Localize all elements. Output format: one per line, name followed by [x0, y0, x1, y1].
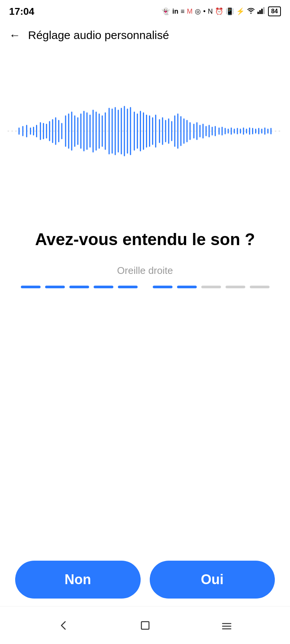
notifications-icon: ≡ — [180, 8, 185, 16]
answer-buttons: Non Oui — [0, 561, 290, 599]
audio-waveform — [8, 105, 282, 158]
question-text: Avez-vous entendu le son ? — [35, 230, 255, 250]
svg-rect-1 — [259, 10, 261, 14]
bottom-nav — [0, 606, 290, 644]
status-bar: 17:04 👻 in ≡ M ◎ • N ⏰ 📳 ⚡ — [0, 0, 290, 23]
svg-rect-3 — [263, 7, 265, 14]
signal-icon — [257, 7, 266, 16]
ear-label: Oreille droite — [117, 265, 173, 277]
back-nav-icon — [57, 619, 71, 632]
status-time: 17:04 — [9, 6, 34, 17]
progress-dash-3 — [69, 286, 89, 288]
battery-icon: 84 — [268, 6, 281, 16]
progress-dash-9 — [226, 286, 245, 288]
page-title: Réglage audio personnalisé — [28, 29, 169, 42]
progress-indicator — [21, 286, 270, 288]
progress-dash-6 — [153, 286, 172, 288]
question-section: Avez-vous entendu le son ? Oreille droit… — [0, 214, 290, 292]
progress-dash-10 — [250, 286, 270, 288]
progress-dash-8 — [201, 286, 221, 288]
menu-nav-icon — [220, 619, 234, 632]
progress-dash-4 — [94, 286, 113, 288]
gmail-icon: M — [187, 8, 193, 16]
snapchat-icon: 👻 — [161, 7, 170, 16]
no-button[interactable]: Non — [15, 561, 141, 599]
instagram-icon: ◎ — [195, 7, 201, 16]
nfc-icon: N — [208, 8, 213, 16]
back-nav-button[interactable] — [57, 619, 71, 632]
svg-rect-86 — [141, 622, 149, 629]
menu-nav-button[interactable] — [220, 619, 234, 632]
dot-icon: • — [203, 8, 205, 16]
home-nav-button[interactable] — [138, 619, 152, 632]
progress-dash-1 — [21, 286, 41, 288]
vibrate-icon: 📳 — [226, 7, 234, 16]
bluetooth-icon: ⚡ — [236, 7, 245, 16]
top-nav: ← Réglage audio personnalisé — [0, 23, 290, 48]
home-nav-icon — [138, 619, 152, 632]
linkedin-icon: in — [172, 8, 178, 16]
back-button[interactable]: ← — [9, 30, 20, 41]
progress-dash-5 — [118, 286, 138, 288]
wifi-icon — [247, 7, 255, 16]
svg-rect-0 — [257, 12, 259, 14]
alarm-icon: ⏰ — [215, 7, 223, 16]
waveform-container — [0, 70, 290, 192]
progress-dash-2 — [45, 286, 65, 288]
progress-dash-7 — [177, 286, 197, 288]
yes-button[interactable]: Oui — [150, 561, 275, 599]
status-icons: 👻 in ≡ M ◎ • N ⏰ 📳 ⚡ 84 — [161, 6, 281, 16]
svg-rect-2 — [261, 9, 263, 14]
